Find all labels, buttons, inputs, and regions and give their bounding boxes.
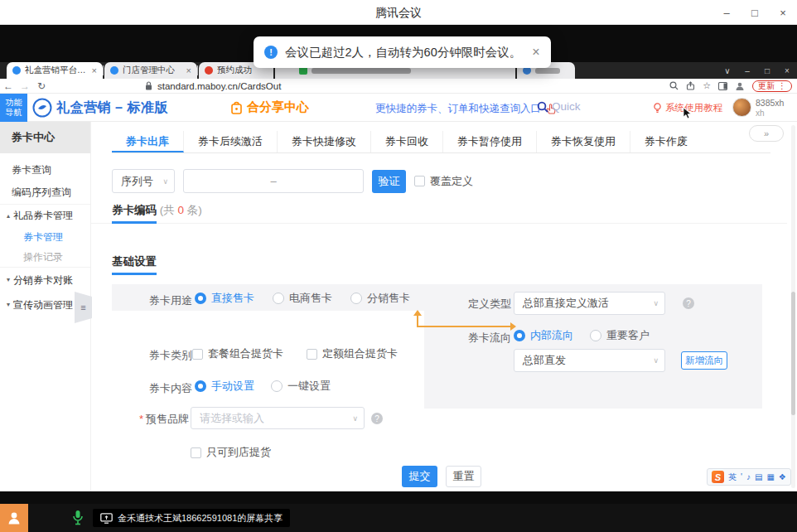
radio-manual-setup[interactable]: 手动设置 — [195, 379, 254, 394]
overwrite-checkbox-wrap[interactable]: 覆盖定义 — [414, 174, 473, 189]
serial-type-select[interactable]: 序列号 ∨ — [112, 169, 175, 193]
sidebar-collapse-handle[interactable]: ≡ — [75, 292, 92, 323]
tab-card-restore[interactable]: 券卡恢复使用 — [537, 131, 630, 152]
meeting-title: 腾讯会议 — [0, 0, 797, 25]
browser-minimize-icon[interactable]: – — [737, 66, 757, 75]
zoom-icon[interactable] — [669, 81, 679, 90]
browser-maximize-icon[interactable]: □ — [757, 66, 777, 75]
bookmark-star-icon[interactable]: ☆ — [703, 80, 711, 91]
serial-range-input[interactable]: – — [183, 169, 364, 193]
radio-key-customer[interactable]: 重要客户 — [590, 328, 650, 343]
app-header: 功能 导航 礼盒营销 – 标准版 合分享中心 更快捷的券卡、订单和快递查询入口 — [0, 94, 797, 122]
toast-message: 会议已超过2人，自动转为60分钟限时会议。 — [285, 45, 521, 60]
back-icon[interactable]: ← — [0, 80, 17, 92]
expand-caret-icon: ▾ — [7, 293, 10, 317]
profile-icon[interactable] — [735, 81, 745, 91]
toast-close-icon[interactable]: × — [532, 45, 539, 60]
radio-on-icon — [195, 293, 206, 304]
checkbox-package-combo-card[interactable]: 套餐组合提货卡 — [192, 346, 283, 361]
forward-icon[interactable]: → — [17, 80, 33, 92]
overwrite-label: 覆盖定义 — [430, 174, 473, 189]
close-icon[interactable]: × — [769, 0, 797, 25]
kebab-menu-icon[interactable]: ⋮ — [778, 81, 786, 90]
share-center-link[interactable]: 合分享中心 — [230, 99, 309, 115]
reset-button[interactable]: 重置 — [446, 466, 481, 487]
ime-toolbar[interactable]: S 英 ' ♪ ▤ ▦ ❖ — [707, 468, 791, 486]
ime-keyboard-icon[interactable]: ▤ — [755, 473, 762, 481]
add-flow-button[interactable]: 新增流向 — [681, 351, 727, 370]
brand-logo-icon — [32, 98, 52, 121]
url-text[interactable]: standard.maboy.cn/CardsOut — [157, 81, 281, 91]
ime-settings-icon[interactable]: ❖ — [779, 473, 786, 481]
chrome-update-button[interactable]: 更新 ⋮ — [752, 80, 792, 92]
verify-button[interactable]: 验证 — [372, 170, 406, 193]
scrollbar-thumb[interactable] — [791, 292, 795, 415]
sogou-logo-icon[interactable]: S — [712, 471, 724, 483]
ime-mic-icon[interactable]: ♪ — [746, 473, 751, 481]
mouse-cursor — [683, 107, 692, 123]
sidebar-item-code-sequence-query[interactable]: 编码序列查询 — [0, 181, 90, 204]
function-nav-button[interactable]: 功能 导航 — [0, 94, 27, 122]
member-avatar-tile[interactable] — [0, 504, 28, 532]
radio-ecommerce-sale[interactable]: 电商售卡 — [273, 291, 332, 306]
tab-card-activate[interactable]: 券卡后续激活 — [184, 131, 278, 152]
radio-direct-sale[interactable]: 直接售卡 — [195, 291, 254, 306]
tab-favicon — [110, 66, 118, 75]
definition-type-select[interactable]: 总部直接定义激活 ∨ — [514, 292, 665, 315]
chevron-down-icon: ∨ — [352, 414, 358, 423]
browser-tab[interactable]: 门店管理中心 × — [104, 62, 197, 79]
tab-card-recycle[interactable]: 券卡回收 — [371, 131, 443, 152]
radio-on-icon — [514, 330, 525, 341]
update-label: 更新 — [758, 80, 775, 92]
browser-window-controls: ∨ – □ × — [717, 62, 797, 79]
sidebar-group-gift-card-mgmt[interactable]: ▴ 礼品券卡管理 — [0, 205, 90, 227]
radio-one-click-setup[interactable]: 一键设置 — [271, 379, 331, 394]
user-name: 8385xh — [756, 99, 784, 109]
quick-entry-link[interactable]: 更快捷的券卡、订单和快递查询入口 — [375, 102, 557, 116]
radio-internal-flow[interactable]: 内部流向 — [514, 328, 573, 343]
ime-toolbox-icon[interactable]: ▦ — [766, 473, 774, 481]
browser-tab-label: 门店管理中心 — [123, 65, 175, 76]
tab-card-quick-edit[interactable]: 券卡快捷修改 — [278, 131, 371, 152]
sidebar-group-distribution-reconcile[interactable]: ▾ 分销券卡对账 — [0, 268, 90, 293]
user-account[interactable]: 8385xh xh — [732, 98, 784, 118]
side-panel-icon[interactable] — [718, 82, 727, 90]
person-icon — [7, 510, 22, 525]
radio-off-icon — [271, 380, 283, 392]
lock-icon[interactable] — [145, 81, 152, 90]
ime-punct-icon[interactable]: ' — [741, 473, 742, 481]
browser-close-icon[interactable]: × — [777, 66, 797, 75]
page-scrollbar[interactable] — [791, 125, 795, 488]
help-icon[interactable]: ? — [371, 413, 383, 424]
tab-label-obscured — [312, 68, 411, 74]
sidebar-item-card-query[interactable]: 券卡查询 — [0, 159, 90, 181]
radio-distribution-sale[interactable]: 分销售卡 — [350, 291, 410, 306]
overwrite-checkbox[interactable] — [414, 176, 425, 186]
tab-close-icon[interactable]: × — [186, 65, 191, 75]
required-icon: * — [139, 413, 143, 425]
flow-target-select[interactable]: 总部直发 ∨ — [514, 349, 665, 372]
submit-button[interactable]: 提交 — [402, 466, 437, 487]
browser-tab-active[interactable]: 礼盒营销平台管理中心 × — [7, 62, 103, 79]
meeting-titlebar: 腾讯会议 – □ × — [0, 0, 797, 25]
reload-icon[interactable]: ↻ — [33, 80, 50, 92]
tab-card-void[interactable]: 券卡作废 — [630, 131, 702, 152]
maximize-icon[interactable]: □ — [741, 0, 769, 25]
minimize-icon[interactable]: – — [712, 0, 741, 25]
presale-brand-select[interactable]: 请选择或输入 ∨ — [191, 407, 365, 429]
tab-card-suspend[interactable]: 券卡暂停使用 — [443, 131, 537, 152]
store-pickup-only-checkbox-wrap[interactable]: 只可到店提货 — [191, 445, 271, 460]
expand-caret-icon: ▾ — [7, 268, 10, 293]
tab-search-icon[interactable]: ∨ — [717, 66, 737, 75]
sidebar-item-card-management[interactable]: 券卡管理 — [0, 227, 90, 247]
window-controls: – □ × — [712, 0, 797, 25]
checkbox-fixed-combo-card[interactable]: 定额组合提货卡 — [307, 346, 398, 361]
ime-lang-icon[interactable]: 英 — [728, 473, 737, 481]
quick-search[interactable]: Quick — [537, 100, 581, 113]
serial-search-row: 序列号 ∨ – 验证 覆盖定义 — [112, 169, 473, 193]
sidebar-item-operation-log[interactable]: 操作记录 — [0, 247, 90, 267]
help-icon[interactable]: ? — [683, 297, 694, 309]
tab-card-outbound[interactable]: 券卡出库 — [112, 131, 184, 152]
share-icon[interactable] — [686, 81, 695, 90]
tab-close-icon[interactable]: × — [92, 65, 97, 75]
